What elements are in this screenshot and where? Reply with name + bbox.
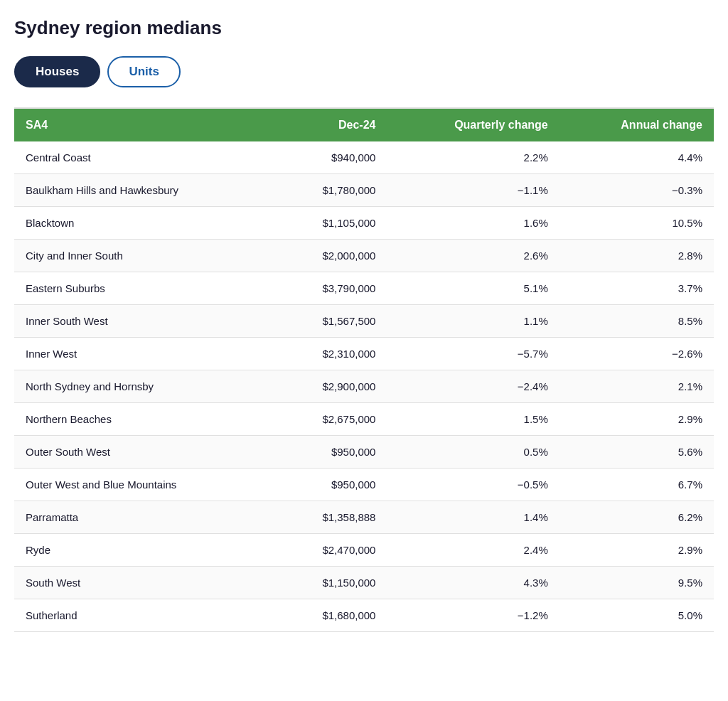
cell-dec24: $2,310,000: [274, 338, 387, 370]
cell-annual: 6.2%: [560, 501, 714, 534]
cell-annual: −0.3%: [560, 174, 714, 207]
cell-sa4: Baulkham Hills and Hawkesbury: [14, 174, 274, 207]
cell-dec24: $3,790,000: [274, 272, 387, 305]
cell-quarterly: 0.5%: [387, 436, 559, 469]
tab-group: Houses Units: [14, 56, 714, 87]
cell-quarterly: 2.4%: [387, 534, 559, 567]
col-header-quarterly: Quarterly change: [387, 109, 559, 141]
cell-quarterly: −2.4%: [387, 370, 559, 403]
cell-sa4: City and Inner South: [14, 240, 274, 272]
cell-dec24: $1,358,888: [274, 501, 387, 534]
cell-quarterly: 1.6%: [387, 207, 559, 240]
cell-sa4: Inner West: [14, 338, 274, 370]
col-header-dec24: Dec-24: [274, 109, 387, 141]
cell-sa4: North Sydney and Hornsby: [14, 370, 274, 403]
cell-dec24: $2,470,000: [274, 534, 387, 567]
table-row: North Sydney and Hornsby$2,900,000−2.4%2…: [14, 370, 714, 403]
cell-sa4: Eastern Suburbs: [14, 272, 274, 305]
cell-sa4: Central Coast: [14, 141, 274, 174]
data-table-wrapper: SA4 Dec-24 Quarterly change Annual chang…: [14, 107, 714, 632]
table-row: Central Coast$940,0002.2%4.4%: [14, 141, 714, 174]
cell-sa4: Outer South West: [14, 436, 274, 469]
cell-dec24: $1,105,000: [274, 207, 387, 240]
cell-quarterly: −1.1%: [387, 174, 559, 207]
cell-annual: −2.6%: [560, 338, 714, 370]
cell-sa4: Inner South West: [14, 305, 274, 338]
cell-dec24: $1,680,000: [274, 599, 387, 632]
cell-quarterly: 1.4%: [387, 501, 559, 534]
cell-annual: 9.5%: [560, 567, 714, 599]
col-header-annual: Annual change: [560, 109, 714, 141]
cell-sa4: Outer West and Blue Mountains: [14, 469, 274, 501]
cell-quarterly: 1.5%: [387, 403, 559, 436]
cell-dec24: $1,780,000: [274, 174, 387, 207]
cell-annual: 10.5%: [560, 207, 714, 240]
cell-sa4: Ryde: [14, 534, 274, 567]
cell-quarterly: 2.2%: [387, 141, 559, 174]
cell-dec24: $2,900,000: [274, 370, 387, 403]
cell-annual: 2.8%: [560, 240, 714, 272]
table-row: Ryde$2,470,0002.4%2.9%: [14, 534, 714, 567]
cell-sa4: Blacktown: [14, 207, 274, 240]
cell-quarterly: −0.5%: [387, 469, 559, 501]
cell-dec24: $1,150,000: [274, 567, 387, 599]
table-row: Baulkham Hills and Hawkesbury$1,780,000−…: [14, 174, 714, 207]
table-header-row: SA4 Dec-24 Quarterly change Annual chang…: [14, 109, 714, 141]
table-row: South West$1,150,0004.3%9.5%: [14, 567, 714, 599]
table-row: Eastern Suburbs$3,790,0005.1%3.7%: [14, 272, 714, 305]
cell-annual: 6.7%: [560, 469, 714, 501]
cell-quarterly: 4.3%: [387, 567, 559, 599]
cell-dec24: $950,000: [274, 436, 387, 469]
cell-quarterly: 5.1%: [387, 272, 559, 305]
cell-dec24: $2,000,000: [274, 240, 387, 272]
cell-sa4: South West: [14, 567, 274, 599]
cell-annual: 2.9%: [560, 403, 714, 436]
tab-houses[interactable]: Houses: [14, 56, 100, 87]
cell-annual: 4.4%: [560, 141, 714, 174]
cell-quarterly: −5.7%: [387, 338, 559, 370]
col-header-sa4: SA4: [14, 109, 274, 141]
table-row: Northern Beaches$2,675,0001.5%2.9%: [14, 403, 714, 436]
table-row: Parramatta$1,358,8881.4%6.2%: [14, 501, 714, 534]
cell-sa4: Sutherland: [14, 599, 274, 632]
table-row: City and Inner South$2,000,0002.6%2.8%: [14, 240, 714, 272]
cell-annual: 2.1%: [560, 370, 714, 403]
cell-dec24: $940,000: [274, 141, 387, 174]
table-row: Outer South West$950,0000.5%5.6%: [14, 436, 714, 469]
cell-dec24: $1,567,500: [274, 305, 387, 338]
cell-dec24: $950,000: [274, 469, 387, 501]
table-row: Inner South West$1,567,5001.1%8.5%: [14, 305, 714, 338]
table-row: Sutherland$1,680,000−1.2%5.0%: [14, 599, 714, 632]
table-row: Inner West$2,310,000−5.7%−2.6%: [14, 338, 714, 370]
cell-annual: 5.6%: [560, 436, 714, 469]
cell-quarterly: 1.1%: [387, 305, 559, 338]
cell-quarterly: 2.6%: [387, 240, 559, 272]
cell-annual: 2.9%: [560, 534, 714, 567]
cell-annual: 5.0%: [560, 599, 714, 632]
table-row: Blacktown$1,105,0001.6%10.5%: [14, 207, 714, 240]
cell-sa4: Northern Beaches: [14, 403, 274, 436]
region-medians-table: SA4 Dec-24 Quarterly change Annual chang…: [14, 109, 714, 632]
cell-quarterly: −1.2%: [387, 599, 559, 632]
cell-annual: 8.5%: [560, 305, 714, 338]
tab-units[interactable]: Units: [107, 56, 181, 87]
cell-dec24: $2,675,000: [274, 403, 387, 436]
cell-sa4: Parramatta: [14, 501, 274, 534]
cell-annual: 3.7%: [560, 272, 714, 305]
table-row: Outer West and Blue Mountains$950,000−0.…: [14, 469, 714, 501]
page-title: Sydney region medians: [14, 17, 714, 39]
